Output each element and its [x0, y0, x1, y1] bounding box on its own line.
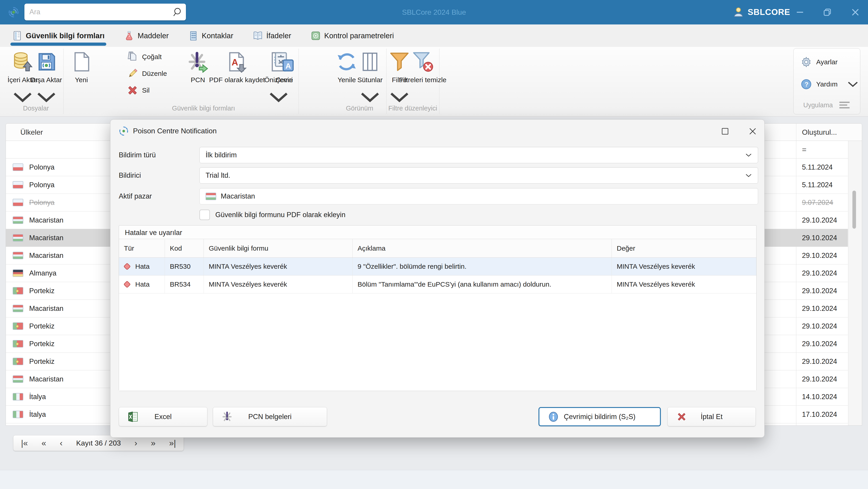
- dialog-close-button[interactable]: [746, 125, 759, 137]
- svg-text:A: A: [231, 57, 238, 67]
- error-row[interactable]: HataBR530MINTA Veszélyes keverék9 "Özell…: [119, 258, 756, 276]
- pencil-icon: [127, 68, 138, 80]
- column-header-countries[interactable]: Ülkeler: [20, 124, 43, 141]
- sds-form-icon: [12, 31, 23, 41]
- column-header[interactable]: Açıklama: [352, 239, 612, 257]
- flag-hu: [13, 234, 23, 241]
- delete-button[interactable]: Sil: [127, 84, 167, 96]
- button-label: Excel: [154, 413, 172, 421]
- clear-filter-icon: [412, 51, 434, 73]
- dialog-titlebar: Poison Centre Notification: [111, 119, 765, 142]
- titlebar: SBLCore 2024 Blue SBLCORE: [0, 0, 868, 24]
- application-group: Ayarlar ? Yardım Uygulama: [794, 48, 860, 114]
- translate-button[interactable]: A Çeviri: [259, 49, 309, 84]
- fast-forward-button[interactable]: »: [151, 439, 156, 447]
- field-label: Aktif pazar: [119, 188, 152, 204]
- menu-lines-icon[interactable]: [839, 99, 850, 111]
- excel-button[interactable]: Excel: [119, 407, 207, 426]
- country-cell: Macaristan: [29, 211, 64, 229]
- country-cell: Macaristan: [29, 229, 64, 247]
- country-cell: Portekiz: [29, 335, 55, 353]
- filter-operator[interactable]: =: [802, 141, 806, 159]
- notification-type-select[interactable]: İlk bildirim: [199, 147, 758, 163]
- first-page-button[interactable]: |«: [21, 439, 28, 447]
- new-button[interactable]: Yeni: [57, 49, 106, 84]
- flag-pt: [13, 358, 23, 365]
- building-icon: [188, 31, 198, 41]
- ribbon-group-label: Dosyalar: [23, 105, 49, 112]
- chevron-down-icon: [268, 86, 289, 108]
- search-input[interactable]: [24, 8, 172, 16]
- created-cell: 29.10.2024: [802, 282, 837, 300]
- column-header[interactable]: Tür: [119, 239, 165, 257]
- chevron-down-icon: [745, 153, 752, 157]
- ribbon-group-label: Filtre düzenleyici: [388, 105, 437, 112]
- flag-pt: [13, 340, 23, 347]
- chevron-down-icon: [847, 78, 859, 90]
- created-cell: 29.10.2024: [802, 247, 837, 264]
- vertical-scrollbar[interactable]: [848, 141, 862, 425]
- window-title: SBLCore 2024 Blue: [402, 0, 466, 24]
- button-label: PCN belgeleri: [248, 413, 291, 421]
- column-header[interactable]: Kod: [165, 239, 204, 257]
- notifier-select[interactable]: Trial ltd.: [199, 167, 758, 183]
- flag-hu: [13, 305, 23, 312]
- last-page-button[interactable]: »|: [169, 439, 176, 447]
- tab-control-parameters[interactable]: Kontrol parametreleri: [311, 24, 394, 47]
- active-market-field[interactable]: Macaristan: [199, 188, 758, 204]
- ribbon-group-label: Görünüm: [346, 105, 373, 112]
- error-row[interactable]: HataBR534MINTA Veszélyes keverékBölüm "T…: [119, 276, 756, 293]
- attach-pdf-checkbox[interactable]: [199, 210, 210, 220]
- active-market-value: Macaristan: [221, 192, 255, 200]
- scrollbar-thumb[interactable]: [852, 191, 856, 229]
- search-icon[interactable]: [172, 7, 182, 17]
- duplicate-button[interactable]: Çoğalt: [127, 51, 167, 63]
- cancel-button[interactable]: İptal Et: [668, 407, 756, 426]
- minimize-button[interactable]: [790, 0, 810, 24]
- pcn-documents-button[interactable]: PCN belgeleri: [213, 407, 327, 426]
- edit-button[interactable]: Düzenle: [127, 68, 167, 80]
- error-cell: MINTA Veszélyes keverék: [612, 276, 756, 293]
- flag-hu: [13, 375, 23, 383]
- next-page-button[interactable]: ›: [134, 439, 137, 447]
- ribbon-group-label: Uygulama: [803, 102, 833, 109]
- previous-page-button[interactable]: ‹: [60, 439, 62, 447]
- account-badge[interactable]: SBLCORE: [733, 0, 790, 24]
- dialog-maximize-button[interactable]: [719, 125, 732, 137]
- online-notification-button[interactable]: Çevrimiçi bildirim (S₂S): [538, 407, 661, 426]
- fast-backward-button[interactable]: «: [41, 439, 46, 447]
- column-header[interactable]: Güvenlik bilgi formu: [204, 239, 352, 257]
- country-cell: Polonya: [29, 194, 55, 211]
- settings-button[interactable]: Ayarlar: [794, 56, 860, 68]
- created-cell: 14.10.2024: [802, 388, 837, 406]
- help-button[interactable]: ? Yardım: [794, 78, 860, 90]
- help-icon: ?: [800, 78, 812, 90]
- gear-icon: [800, 56, 812, 68]
- column-header[interactable]: Değer: [612, 239, 756, 257]
- flag-hu: [206, 193, 216, 200]
- excel-icon: [127, 411, 139, 423]
- error-cell: 9 "Özellikler". bölümde rengi belirtin.: [352, 258, 612, 275]
- country-cell: Portekiz: [29, 353, 55, 370]
- tab-contacts[interactable]: Kontaklar: [188, 24, 233, 47]
- field-label: Bildirici: [119, 167, 141, 183]
- flag-it: [13, 411, 23, 418]
- tab-safety-data-sheets[interactable]: Güvenlik bilgi formları: [12, 24, 104, 47]
- maximize-restore-button[interactable]: [817, 0, 837, 24]
- tab-substances[interactable]: Maddeler: [124, 24, 169, 47]
- errors-title: Hatalar ve uyarılar: [125, 229, 182, 237]
- export-icon: [35, 51, 57, 73]
- clear-filter-button[interactable]: Filtreleri temizle: [396, 49, 450, 84]
- column-header-created[interactable]: Oluşturul...: [802, 124, 837, 141]
- country-cell: Portekiz: [29, 317, 55, 335]
- pcn-icon: [187, 51, 209, 73]
- tab-label: Kontaklar: [202, 31, 233, 40]
- flag-pl: [13, 199, 23, 206]
- flag-hu: [13, 217, 23, 224]
- button-label: PCN: [191, 76, 205, 84]
- error-cell: MINTA Veszélyes keverék: [204, 276, 352, 293]
- close-window-button[interactable]: [845, 0, 866, 24]
- error-diamond-icon: [123, 263, 131, 270]
- created-cell: 9.07.2024: [802, 194, 833, 211]
- tab-phrases[interactable]: İfadeler: [253, 24, 291, 47]
